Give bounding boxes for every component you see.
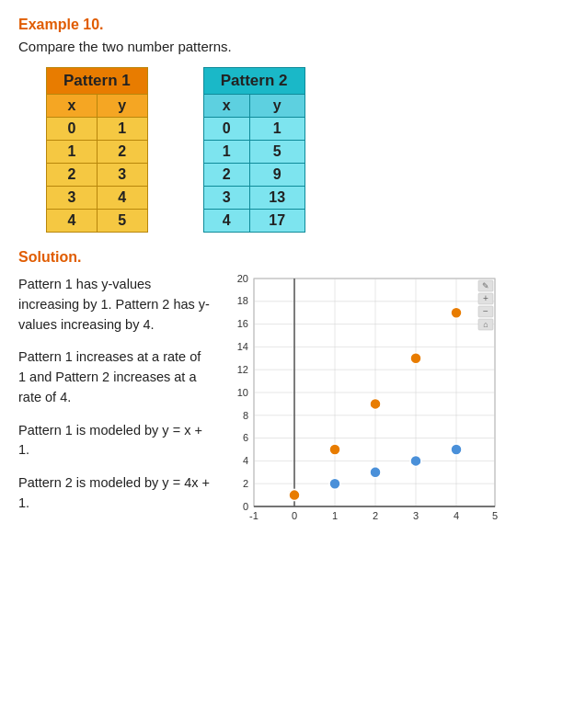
- table-row: 3: [47, 187, 98, 210]
- table-row: 1: [97, 118, 147, 141]
- pattern1-header: Pattern 1: [47, 68, 148, 95]
- table-row: 5: [97, 210, 147, 233]
- pattern1-col-y: y: [97, 95, 147, 118]
- para2: Pattern 1 increases at a rate of 1 and P…: [18, 347, 212, 407]
- svg-text:0: 0: [243, 501, 248, 512]
- para3: Pattern 1 is modeled by y = x + 1.: [18, 421, 212, 461]
- table-row: 0: [47, 118, 98, 141]
- svg-text:⌂: ⌂: [483, 320, 488, 329]
- p2-point-3: [410, 353, 421, 364]
- table-row: 5: [249, 141, 304, 164]
- tables-row: Pattern 1 x y 0 1 1 2 2 3 3 4 4 5 Patter…: [18, 67, 545, 233]
- svg-text:16: 16: [237, 318, 248, 329]
- table-row: 4: [203, 210, 249, 233]
- table-row: 1: [203, 141, 249, 164]
- svg-text:10: 10: [237, 387, 248, 398]
- p2-point-2: [370, 398, 381, 409]
- para1: Pattern 1 has y-values increasing by 1. …: [18, 275, 212, 335]
- table-row: 1: [47, 141, 98, 164]
- table-row: 2: [203, 164, 249, 187]
- intro-text: Compare the two number patterns.: [18, 39, 545, 54]
- p1-point-4: [451, 444, 462, 455]
- svg-text:2: 2: [373, 510, 378, 521]
- solution-text: Pattern 1 has y-values increasing by 1. …: [18, 275, 212, 527]
- pattern2-header: Pattern 2: [203, 68, 304, 95]
- p2-point-0: [289, 490, 300, 501]
- svg-text:2: 2: [243, 478, 248, 489]
- solution-title: Solution.: [18, 249, 545, 266]
- table-row: 2: [47, 164, 98, 187]
- example-title: Example 10.: [18, 17, 545, 33]
- svg-text:4: 4: [243, 455, 248, 466]
- svg-text:0: 0: [292, 510, 297, 521]
- svg-text:20: 20: [237, 275, 248, 284]
- table-row: 3: [203, 187, 249, 210]
- svg-text:6: 6: [243, 432, 248, 443]
- p2-point-4: [451, 307, 462, 318]
- p2-point-1: [329, 444, 340, 455]
- svg-text:1: 1: [332, 510, 338, 521]
- table-row: 3: [97, 164, 147, 187]
- table-row: 4: [97, 187, 147, 210]
- graph-svg: -1 0 1 2 3 4 5 0 2 4 6 8 10 12 14 16 18 …: [228, 275, 509, 523]
- para4: Pattern 2 is modeled by y = 4x + 1.: [18, 473, 212, 514]
- table-row: 9: [249, 164, 304, 187]
- p1-point-2: [370, 467, 381, 478]
- table-row: 1: [249, 118, 304, 141]
- pattern2-col-x: x: [203, 95, 249, 118]
- pattern1-col-x: x: [47, 95, 98, 118]
- svg-text:8: 8: [243, 410, 248, 421]
- pattern2-table: Pattern 2 x y 0 1 1 5 2 9 3 13 4 17: [203, 67, 305, 233]
- table-row: 17: [249, 210, 304, 233]
- svg-text:-1: -1: [249, 510, 259, 521]
- p1-point-1: [329, 478, 340, 489]
- pattern2-col-y: y: [249, 95, 304, 118]
- svg-text:4: 4: [454, 510, 459, 521]
- svg-text:5: 5: [492, 510, 498, 521]
- svg-text:−: −: [483, 306, 488, 316]
- table-row: 13: [249, 187, 304, 210]
- table-row: 0: [203, 118, 249, 141]
- table-row: 2: [97, 141, 147, 164]
- svg-text:+: +: [483, 293, 488, 303]
- pattern1-table: Pattern 1 x y 0 1 1 2 2 3 3 4 4 5: [46, 67, 148, 233]
- svg-text:3: 3: [413, 510, 419, 521]
- p1-point-3: [410, 455, 421, 466]
- svg-text:14: 14: [237, 341, 248, 352]
- svg-text:18: 18: [237, 295, 248, 306]
- solution-row: Pattern 1 has y-values increasing by 1. …: [18, 275, 545, 527]
- svg-text:✎: ✎: [482, 281, 489, 290]
- chart-area: -1 0 1 2 3 4 5 0 2 4 6 8 10 12 14 16 18 …: [228, 275, 545, 523]
- table-row: 4: [47, 210, 98, 233]
- svg-text:12: 12: [237, 364, 248, 375]
